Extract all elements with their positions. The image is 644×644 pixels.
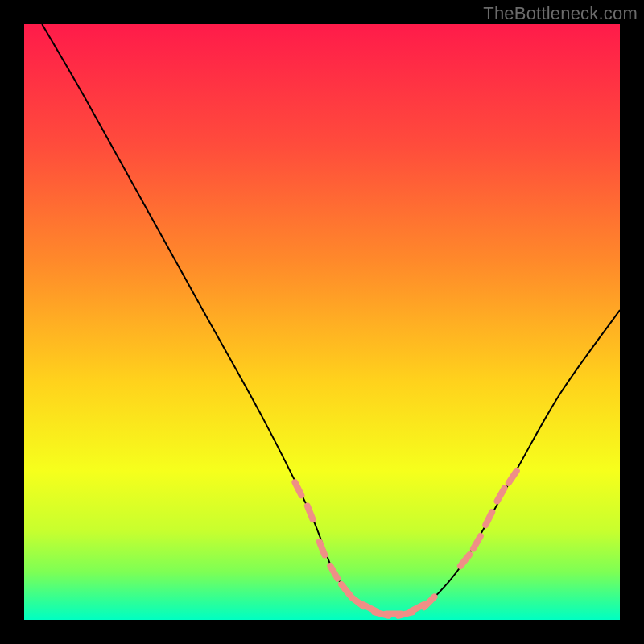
highlight-dash (295, 482, 301, 495)
highlight-dash (330, 566, 337, 579)
highlight-dash (485, 512, 492, 525)
highlight-dash (308, 506, 313, 519)
highlight-dash (320, 542, 325, 555)
highlight-dash (509, 471, 517, 483)
highlight-dash (497, 489, 505, 502)
watermark-text: TheBottleneck.com (483, 3, 638, 24)
highlight-dash (473, 536, 481, 549)
plot-area (24, 24, 620, 620)
bottleneck-curve (42, 24, 620, 615)
highlight-dash (460, 555, 469, 566)
highlight-dash (424, 597, 435, 607)
highlight-dashes (295, 471, 516, 616)
chart-frame: TheBottleneck.com (0, 0, 644, 644)
highlight-dash (341, 584, 350, 596)
curve-layer (24, 24, 620, 620)
